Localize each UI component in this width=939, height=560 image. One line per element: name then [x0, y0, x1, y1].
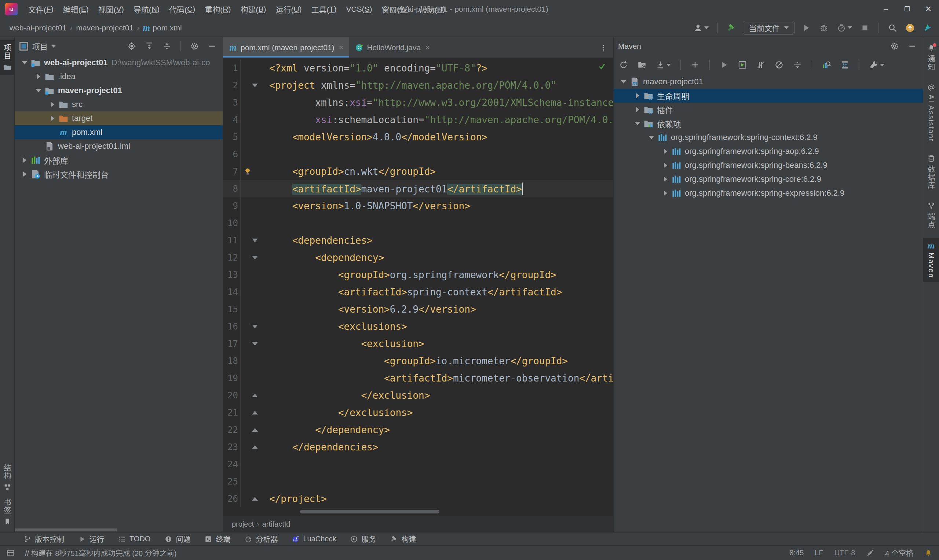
- expand-all-button[interactable]: [143, 40, 156, 52]
- menu-item-1[interactable]: 编辑(E): [58, 0, 94, 18]
- run-button[interactable]: [800, 22, 813, 34]
- code-line-15[interactable]: 15 <version>6.2.9</version>: [223, 300, 613, 318]
- menu-item-9[interactable]: VCS(S): [341, 0, 377, 18]
- menu-item-0[interactable]: 文件(F): [23, 0, 58, 18]
- debug-button[interactable]: [817, 22, 830, 34]
- chevron-down-icon[interactable]: [51, 45, 56, 48]
- toolwindow-button-TODO[interactable]: TODO: [118, 535, 150, 543]
- toolwindow-button-LuaCheck[interactable]: LuaLuaCheck: [291, 535, 336, 543]
- toggle-offline-button[interactable]: [773, 58, 785, 71]
- code-line-3[interactable]: 3 xmlns:xsi="http://www.w3.org/2001/XMLS…: [223, 94, 613, 111]
- code-line-17[interactable]: 17 <exclusion>: [223, 335, 613, 352]
- toolwindow-button-版本控制[interactable]: 版本控制: [23, 534, 64, 544]
- file-encoding[interactable]: UTF-8: [834, 549, 856, 557]
- code-line-4[interactable]: 4 xsi:schemaLocation="http://maven.apach…: [223, 111, 613, 128]
- menu-item-3[interactable]: 导航(N): [129, 0, 164, 18]
- breadcrumb-item-0[interactable]: web-ai-project01: [8, 23, 68, 32]
- toolwindow-button-终端[interactable]: 终端: [204, 534, 230, 544]
- breadcrumb-item-1[interactable]: maven-project01: [75, 23, 135, 32]
- line-separator[interactable]: LF: [815, 549, 823, 557]
- hide-button[interactable]: [206, 40, 218, 52]
- fold-marker-icon[interactable]: [252, 497, 258, 501]
- fold-marker-icon[interactable]: [252, 325, 258, 328]
- code-line-6[interactable]: 6: [223, 146, 613, 163]
- maven-tree-row-5[interactable]: org.springframework:spring-aop:6.2.9: [614, 145, 923, 158]
- jetbrains-ai-button[interactable]: [921, 22, 934, 34]
- project-tree-row-8[interactable]: 临时文件和控制台: [15, 167, 223, 181]
- close-icon[interactable]: ×: [339, 43, 344, 52]
- editor-hscrollbar-thumb[interactable]: [300, 510, 439, 514]
- user-button[interactable]: [692, 22, 710, 34]
- project-tree-row-5[interactable]: mpom.xml: [15, 125, 223, 139]
- tool-strip-item-数据库[interactable]: 数据库: [923, 151, 939, 193]
- run-configuration-select[interactable]: 当前文件: [743, 21, 795, 35]
- maven-tree-row-3[interactable]: 依赖项: [614, 117, 923, 131]
- notification-bell-icon[interactable]: [924, 549, 933, 557]
- code-line-24[interactable]: 24: [223, 455, 613, 473]
- code-line-22[interactable]: 22 </dependency>: [223, 421, 613, 438]
- code-line-10[interactable]: 10: [223, 214, 613, 232]
- editor-breadcrumb-item[interactable]: artifactId: [262, 520, 290, 528]
- toolwindow-button-运行[interactable]: 运行: [78, 534, 104, 544]
- tool-strip-item-端点[interactable]: 端点: [923, 198, 939, 233]
- maven-tree-row-2[interactable]: 插件: [614, 103, 923, 117]
- code-line-18[interactable]: 18 <groupId>io.micrometer</groupId>: [223, 352, 613, 369]
- toolwindow-button-问题[interactable]: 问题: [164, 534, 190, 544]
- project-tree-row-1[interactable]: .idea: [15, 70, 223, 83]
- analyze-dependencies-button[interactable]: [820, 58, 833, 71]
- build-hammer-button[interactable]: [725, 22, 738, 34]
- toolwindow-button-服务[interactable]: 服务: [350, 534, 376, 544]
- status-message[interactable]: // 构建在 8秒751毫秒内成功完成 (20 分钟之前): [25, 548, 176, 558]
- code-line-7[interactable]: 7 <groupId>cn.wkt</groupId>: [223, 163, 613, 180]
- readonly-pencil-icon[interactable]: [866, 549, 874, 557]
- toolwindow-button-构建[interactable]: 构建: [390, 534, 416, 544]
- inspection-ok-icon[interactable]: [598, 62, 606, 70]
- intention-bulb-icon[interactable]: [244, 168, 251, 175]
- tool-strip-item-项目[interactable]: 项目: [0, 40, 14, 75]
- code-line-11[interactable]: 11 <dependencies>: [223, 232, 613, 249]
- editor-breadcrumb-item[interactable]: project: [232, 520, 254, 528]
- maven-tree-row-1[interactable]: 生命周期: [614, 89, 923, 103]
- caret-position[interactable]: 8:45: [789, 549, 804, 557]
- fold-marker-icon[interactable]: [252, 238, 258, 242]
- breadcrumb-item-2[interactable]: pom.xml: [151, 23, 183, 32]
- project-hscrollbar[interactable]: [15, 528, 117, 531]
- refresh-button[interactable]: [617, 58, 630, 71]
- tool-strip-item-AI-Assistant[interactable]: AI Assistant: [923, 80, 939, 146]
- layout-widget-icon[interactable]: [6, 549, 15, 557]
- fold-marker-icon[interactable]: [252, 256, 258, 260]
- code-line-2[interactable]: 2<project xmlns="http://maven.apache.org…: [223, 77, 613, 94]
- tool-strip-item-通知[interactable]: 通知: [923, 40, 939, 75]
- close-icon[interactable]: ✕: [918, 0, 939, 18]
- project-tree-row-4[interactable]: target: [15, 111, 223, 125]
- collapse-all-button[interactable]: [791, 58, 804, 71]
- project-tree-row-3[interactable]: src: [15, 97, 223, 111]
- update-button[interactable]: [904, 22, 916, 34]
- restore-icon[interactable]: ❐: [896, 0, 918, 18]
- code-line-23[interactable]: 23 </dependencies>: [223, 438, 613, 455]
- fold-marker-icon[interactable]: [252, 83, 258, 87]
- profiler-button[interactable]: [835, 22, 854, 34]
- menu-item-4[interactable]: 代码(C): [164, 0, 200, 18]
- toolwindow-button-分析器[interactable]: 分析器: [244, 534, 278, 544]
- code-line-9[interactable]: 9 <version>1.0-SNAPSHOT</version>: [223, 197, 613, 214]
- plus-button[interactable]: [689, 58, 701, 71]
- tab-helloworld-java[interactable]: CHelloWorld.java×: [349, 37, 436, 57]
- tab-pom-xml-maven-project01-[interactable]: mpom.xml (maven-project01)×: [223, 37, 349, 57]
- dependency-tree-button[interactable]: [839, 58, 851, 71]
- code-line-12[interactable]: 12 <dependency>: [223, 249, 613, 266]
- code-line-25[interactable]: 25: [223, 473, 613, 490]
- collapse-all-button[interactable]: [161, 40, 173, 52]
- project-tree-row-6[interactable]: web-ai-project01.iml: [15, 139, 223, 153]
- settings-button[interactable]: [888, 40, 901, 52]
- maven-tree-row-7[interactable]: org.springframework:spring-core:6.2.9: [614, 172, 923, 186]
- skip-tests-button[interactable]: [754, 58, 767, 71]
- tool-strip-item-书签[interactable]: 书签: [0, 495, 14, 529]
- minimize-icon[interactable]: –: [875, 0, 896, 18]
- project-tree-row-0[interactable]: web-ai-project01D:\wang\wktSSM\web-ai-co: [15, 56, 223, 70]
- project-tree-row-7[interactable]: 外部库: [15, 153, 223, 167]
- menu-item-7[interactable]: 运行(U): [271, 0, 306, 18]
- menu-item-8[interactable]: 工具(T): [307, 0, 341, 18]
- code-editor[interactable]: 1<?xml version="1.0" encoding="UTF-8"?>2…: [223, 58, 613, 508]
- code-line-16[interactable]: 16 <exclusions>: [223, 318, 613, 335]
